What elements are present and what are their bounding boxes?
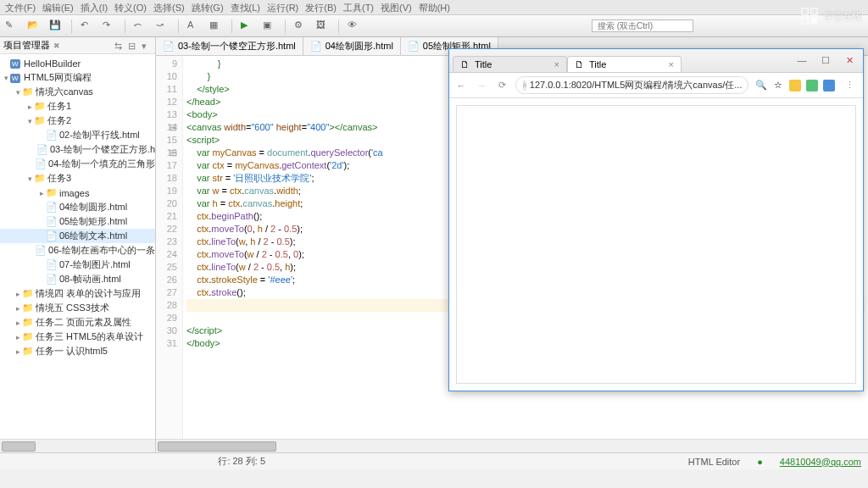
cursor-position: 行: 28 列: 5 [218,455,265,468]
project-explorer: 项目管理器 ✖ ⇆ ⊟ ▾ WHelloHBuilder▾WHTML5网页编程▾… [0,37,156,452]
tree-item[interactable]: ▸📁images [0,186,155,200]
search-icon[interactable]: 🔍 [755,80,767,91]
img-icon[interactable]: 🖼 [316,19,330,33]
tree-item[interactable]: WHelloHBuilder [0,56,155,70]
menu-item[interactable]: 转义(O) [114,2,147,13]
ext-icon[interactable] [806,80,818,92]
menu-item[interactable]: 运行(R) [267,2,298,13]
tree-item[interactable]: 📄06绘制文本.html [0,229,155,243]
undo-icon[interactable]: ⤺ [134,19,147,33]
new-icon[interactable]: ✎ [5,19,19,33]
tree-item[interactable]: ▾📁情境六canvas [0,85,155,99]
editor-tab[interactable]: 📄04绘制圆形.html [303,37,401,55]
tree-item[interactable]: ▸📁任务三 HTML5的表单设计 [0,330,155,344]
search-input[interactable] [592,19,693,32]
reload-icon[interactable]: ⟳ [495,80,509,91]
address-bar[interactable]: i 127.0.0.1:8020/HTML5网页编程/情境六canvas/任..… [515,76,748,94]
menubar: 文件(F)编辑(E)插入(I)转义(O)选择(S)跳转(G)查找(L)运行(R)… [0,0,868,15]
browser-viewport [456,105,856,384]
file-tree[interactable]: WHelloHBuilder▾WHTML5网页编程▾📁情境六canvas▸📁任务… [0,54,155,439]
tree-item[interactable]: ▸📁任务1 [0,99,155,114]
text-icon[interactable]: A [187,19,201,33]
page-icon: 🗋 [575,59,584,69]
watermark: 学堂在线 [800,7,861,25]
tree-item[interactable]: 📄05绘制矩形.html [0,214,155,229]
tree-item[interactable]: 📄04-绘制一个填充的三角形 [0,157,155,171]
fwd-icon[interactable]: ↷ [103,19,116,33]
panel-title: 项目管理器 [3,39,50,52]
tree-item[interactable]: ▾📁任务3 [0,171,155,186]
layout-icon[interactable]: ▦ [209,19,223,33]
menu-item[interactable]: 编辑(E) [42,2,74,13]
tree-item[interactable]: 📄04绘制圆形.html [0,200,155,214]
main-toolbar: ✎ 📂 💾 ↶ ↷ ⤺ ⤻ A ▦ ▶ ▣ ⚙ 🖼 👁 [0,15,868,37]
svg-rect-1 [811,8,817,14]
ext-icon[interactable] [789,80,801,92]
editor-tab[interactable]: 📄03-绘制一个镂空正方形.html [156,37,303,55]
tree-item[interactable]: ▸📁情境五 CSS3技术 [0,301,155,315]
menu-icon[interactable]: ⋮ [842,80,858,91]
forward-icon[interactable]: → [475,80,488,91]
menu-item[interactable]: 帮助(H) [419,2,450,13]
gear-icon[interactable]: ⚙ [294,19,308,33]
info-icon[interactable]: i [523,80,526,91]
close-icon[interactable]: × [669,59,674,69]
menu-item[interactable]: 工具(T) [343,2,374,13]
tree-item[interactable]: 📄06-绘制在画布中心的一条 [0,243,155,258]
svg-rect-2 [802,18,808,24]
collapse-icon[interactable]: ⊟ [128,41,138,51]
back-icon[interactable]: ← [454,80,468,91]
svg-rect-3 [811,18,817,24]
play-icon[interactable]: ▣ [263,19,276,33]
view-icon[interactable]: 👁 [348,19,361,33]
tree-item[interactable]: ▾📁任务2 [0,114,155,128]
star-icon[interactable]: ☆ [774,80,782,91]
browser-tab[interactable]: 🗋 Title × [453,56,567,72]
close-icon[interactable]: × [554,59,559,69]
minimize-icon[interactable]: — [792,55,812,69]
menu-item[interactable]: 跳转(G) [192,2,224,13]
ext-icon[interactable] [823,80,835,92]
link-icon[interactable]: ⇆ [114,41,125,51]
menu-item[interactable]: 视图(V) [381,2,412,13]
tree-item[interactable]: 📄03-绘制一个镂空正方形.h [0,142,155,157]
browser-tab-active[interactable]: 🗋 Title × [567,56,682,72]
browser-window[interactable]: 🗋 Title × 🗋 Title × — ☐ ✕ ← → ⟳ i 127.0.… [448,48,864,391]
tree-item[interactable]: ▸📁情境四 表单的设计与应用 [0,286,155,301]
menu-item[interactable]: 插入(I) [81,2,108,13]
back-icon[interactable]: ↶ [81,19,94,33]
user-account[interactable]: 44810049@qq.com [780,457,861,467]
menu-item[interactable]: 选择(S) [153,2,185,13]
tree-item[interactable]: 📄07-绘制图片.html [0,258,155,272]
page-icon: 🗋 [460,59,470,69]
tree-item[interactable]: ▸📁任务二 页面元素及属性 [0,315,155,330]
run-icon[interactable]: ▶ [241,19,254,33]
menu-icon[interactable]: ▾ [142,41,152,51]
maximize-icon[interactable]: ☐ [815,55,836,69]
open-icon[interactable]: 📂 [27,19,41,33]
tree-item[interactable]: ▾WHTML5网页编程 [0,70,155,85]
menu-item[interactable]: 发行(B) [305,2,337,13]
close-window-icon[interactable]: ✕ [839,55,860,69]
redo-icon[interactable]: ⤻ [156,19,170,33]
menu-item[interactable]: 文件(F) [5,2,36,13]
statusbar: 行: 28 列: 5 HTML Editor ● 44810049@qq.com [0,452,868,469]
svg-rect-0 [802,8,808,14]
save-icon[interactable]: 💾 [49,19,63,33]
tree-item[interactable]: 📄08-帧动画.html [0,272,155,286]
tree-item[interactable]: 📄02-绘制平行线.html [0,128,155,142]
tree-item[interactable]: ▸📁任务一 认识html5 [0,344,155,358]
editor-mode: HTML Editor [688,457,740,467]
menu-item[interactable]: 查找(L) [231,2,260,13]
